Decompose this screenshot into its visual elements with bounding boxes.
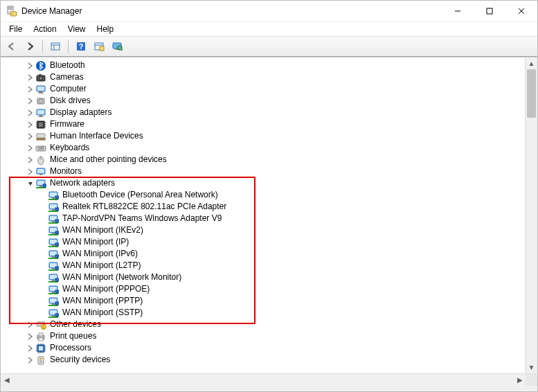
menu-view[interactable]: View bbox=[62, 24, 91, 35]
computer-icon bbox=[35, 84, 46, 95]
tree-row[interactable]: Mice and other pointing devices bbox=[1, 154, 525, 166]
toolbar: ? bbox=[1, 36, 537, 57]
scan-hardware-button[interactable] bbox=[109, 38, 125, 55]
tree-item-label: Security devices bbox=[49, 354, 110, 366]
tree-row[interactable]: WAN Miniport (PPTP) bbox=[1, 295, 525, 307]
expander-icon[interactable] bbox=[26, 73, 35, 82]
device-tree[interactable]: BluetoothCamerasComputerDisk drivesDispl… bbox=[1, 57, 525, 373]
network-icon bbox=[48, 213, 59, 224]
svg-rect-3 bbox=[10, 12, 17, 16]
network-icon bbox=[48, 249, 59, 260]
help-button[interactable]: ? bbox=[73, 38, 89, 55]
content-area: BluetoothCamerasComputerDisk drivesDispl… bbox=[1, 57, 537, 373]
keyboard-icon bbox=[35, 143, 46, 154]
menu-help[interactable]: Help bbox=[91, 24, 120, 35]
tree-item-label: Monitors bbox=[49, 166, 82, 177]
tree-item-label: Network adapters bbox=[49, 177, 115, 189]
other-icon bbox=[35, 319, 46, 330]
tree-row[interactable]: Display adapters bbox=[1, 107, 525, 118]
properties-button[interactable] bbox=[91, 38, 107, 55]
tree-item-label: Computer bbox=[49, 83, 87, 95]
expander-icon bbox=[38, 202, 48, 212]
tree-row[interactable]: WAN Miniport (IKEv2) bbox=[1, 224, 525, 236]
expander-icon[interactable] bbox=[26, 179, 35, 188]
tree-item-label: Print queues bbox=[49, 330, 96, 342]
tree-item-label: WAN Miniport (Network Monitor) bbox=[62, 271, 181, 283]
expander-icon bbox=[38, 261, 48, 271]
expander-icon bbox=[38, 273, 48, 283]
camera-icon bbox=[35, 72, 46, 83]
expander-icon[interactable] bbox=[26, 132, 35, 141]
svg-rect-9 bbox=[51, 43, 60, 50]
security-icon bbox=[35, 355, 46, 366]
expander-icon bbox=[38, 226, 48, 235]
network-icon bbox=[48, 202, 59, 213]
network-icon bbox=[48, 225, 59, 236]
show-hidden-button[interactable] bbox=[47, 38, 64, 55]
network-icon bbox=[48, 308, 59, 319]
tree-row[interactable]: WAN Miniport (PPPOE) bbox=[1, 283, 525, 295]
firmware-icon bbox=[35, 119, 46, 130]
tree-row[interactable]: Human Interface Devices bbox=[1, 130, 525, 142]
scroll-right-arrow[interactable]: ▶ bbox=[514, 374, 526, 386]
tree-row[interactable]: Bluetooth Device (Personal Area Network) bbox=[1, 189, 525, 201]
maximize-button[interactable] bbox=[474, 1, 505, 21]
expander-icon[interactable] bbox=[26, 143, 35, 153]
scroll-left-arrow[interactable]: ◀ bbox=[1, 374, 12, 386]
vertical-scrollbar[interactable]: ▲ ▼ bbox=[525, 57, 537, 373]
tree-row[interactable]: Network adapters bbox=[1, 177, 525, 189]
tree-item-label: Firmware bbox=[49, 118, 84, 130]
expander-icon[interactable] bbox=[26, 120, 35, 130]
expander-icon[interactable] bbox=[26, 355, 35, 365]
tree-row[interactable]: Computer bbox=[1, 83, 525, 95]
scroll-track[interactable] bbox=[526, 69, 537, 362]
expander-icon[interactable] bbox=[26, 344, 35, 353]
tree-row[interactable]: Disk drives bbox=[1, 95, 525, 107]
tree-row[interactable]: Monitors bbox=[1, 166, 525, 177]
printer-icon bbox=[35, 331, 46, 342]
tree-row[interactable]: WAN Miniport (Network Monitor) bbox=[1, 271, 525, 283]
expander-icon bbox=[38, 249, 48, 259]
tree-row[interactable]: Firmware bbox=[1, 118, 525, 130]
tree-row[interactable]: Cameras bbox=[1, 71, 525, 83]
expander-icon[interactable] bbox=[26, 167, 35, 177]
scroll-thumb[interactable] bbox=[527, 69, 536, 118]
tree-row[interactable]: Realtek RTL8822CE 802.11ac PCIe Adapter bbox=[1, 201, 525, 213]
app-icon bbox=[6, 6, 17, 17]
tree-row[interactable]: Print queues bbox=[1, 330, 525, 342]
expander-icon[interactable] bbox=[26, 332, 35, 341]
expander-icon[interactable] bbox=[26, 84, 35, 94]
menu-action[interactable]: Action bbox=[28, 24, 62, 35]
tree-row[interactable]: TAP-NordVPN Teams Windows Adapter V9 bbox=[1, 213, 525, 224]
back-button[interactable] bbox=[3, 38, 20, 55]
scrollbar-corner bbox=[526, 374, 537, 386]
expander-icon[interactable] bbox=[26, 320, 35, 330]
scroll-down-arrow[interactable]: ▼ bbox=[526, 362, 537, 373]
tree-row[interactable]: Keyboards bbox=[1, 142, 525, 154]
monitor-icon bbox=[35, 166, 46, 177]
disk-icon bbox=[35, 96, 46, 107]
tree-row[interactable]: WAN Miniport (IPv6) bbox=[1, 248, 525, 260]
expander-icon bbox=[38, 190, 48, 200]
close-button[interactable] bbox=[505, 1, 537, 21]
minimize-button[interactable] bbox=[442, 1, 474, 21]
tree-row[interactable]: Bluetooth bbox=[1, 60, 525, 71]
tree-row[interactable]: WAN Miniport (SSTP) bbox=[1, 307, 525, 319]
tree-row[interactable]: Other devices bbox=[1, 319, 525, 330]
expander-icon[interactable] bbox=[26, 155, 35, 165]
expander-icon[interactable] bbox=[26, 108, 35, 118]
svg-text:?: ? bbox=[79, 42, 84, 51]
menu-file[interactable]: File bbox=[3, 24, 28, 35]
expander-icon[interactable] bbox=[26, 61, 35, 71]
expander-icon[interactable] bbox=[26, 96, 35, 106]
horizontal-scrollbar[interactable]: ◀ ▶ bbox=[1, 373, 537, 386]
tree-row[interactable]: WAN Miniport (L2TP) bbox=[1, 260, 525, 271]
bluetooth-icon bbox=[35, 60, 46, 71]
tree-item-label: WAN Miniport (PPPOE) bbox=[62, 283, 150, 295]
hscroll-track[interactable] bbox=[12, 374, 514, 386]
tree-row[interactable]: WAN Miniport (IP) bbox=[1, 236, 525, 248]
tree-row[interactable]: Security devices bbox=[1, 354, 525, 366]
scroll-up-arrow[interactable]: ▲ bbox=[526, 57, 537, 69]
tree-row[interactable]: Processors bbox=[1, 342, 525, 354]
forward-button[interactable] bbox=[21, 38, 38, 55]
